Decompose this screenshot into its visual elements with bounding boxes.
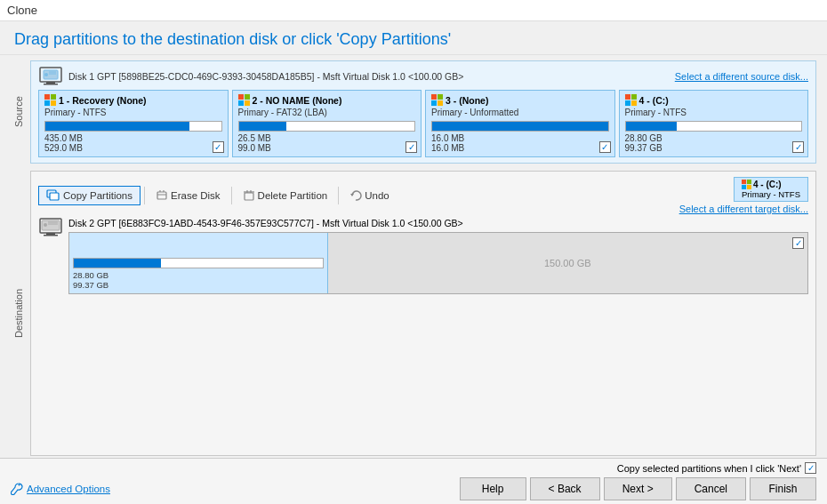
partition-4-progress bbox=[625, 121, 803, 132]
partition-2-title: 2 - NO NAME (None) bbox=[238, 94, 416, 106]
dest-header-row: Copy Partitions Erase Disk bbox=[38, 177, 808, 214]
dest-placed-title: 4 - (C:) bbox=[742, 180, 800, 189]
copy-partitions-button[interactable]: Copy Partitions bbox=[38, 186, 141, 205]
svg-rect-21 bbox=[625, 100, 630, 106]
windows-icon-p3 bbox=[431, 94, 443, 106]
svg-rect-12 bbox=[245, 94, 250, 100]
partition-4-fill bbox=[626, 122, 677, 131]
monitor-icon bbox=[38, 67, 63, 86]
toolbar-sep-2 bbox=[231, 187, 232, 204]
partition-2-type: Primary - FAT32 (LBA) bbox=[238, 108, 416, 117]
svg-rect-8 bbox=[51, 94, 56, 100]
dest-placed-segment: 28.80 GB99.37 GB ✓ bbox=[69, 233, 328, 293]
copy-option-row: Copy selected partitions when I click 'N… bbox=[11, 462, 816, 474]
svg-rect-35 bbox=[747, 180, 751, 184]
partition-3-sizes: 16.0 MB16.0 MB bbox=[431, 133, 609, 153]
undo-button[interactable]: Undo bbox=[342, 187, 397, 204]
partition-1-sizes: 435.0 MB529.0 MB bbox=[44, 133, 222, 153]
partition-3-checkbox[interactable]: ✓ bbox=[599, 140, 611, 153]
help-button[interactable]: Help bbox=[460, 477, 526, 500]
svg-point-4 bbox=[44, 73, 48, 76]
dest-disk-name: Disk 2 GPT [6E883FC9-1ABD-4543-9F46-357E… bbox=[68, 218, 808, 228]
undo-label: Undo bbox=[365, 190, 389, 201]
instruction-header: Drag partitions to the destination disk … bbox=[0, 21, 827, 55]
delete-partition-icon bbox=[243, 189, 255, 202]
source-label: Source bbox=[11, 60, 27, 164]
partition-4-sizes: 28.80 GB99.37 GB bbox=[625, 133, 803, 153]
svg-rect-34 bbox=[742, 180, 746, 184]
dest-content-row: Disk 2 GPT [6E883FC9-1ABD-4543-9F46-357E… bbox=[38, 218, 808, 294]
bottom-area: Copy selected partitions when I click 'N… bbox=[0, 458, 827, 504]
svg-rect-29 bbox=[245, 193, 253, 200]
source-disk-info: Disk 1 GPT [5898BE25-CDC0-469C-9393-3045… bbox=[38, 67, 463, 86]
dest-empty-text: 150.00 GB bbox=[544, 258, 591, 268]
erase-disk-icon bbox=[156, 189, 168, 202]
dest-empty-segment: 150.00 GB bbox=[328, 233, 808, 293]
partition-4-checkbox[interactable]: ✓ bbox=[792, 140, 804, 153]
destination-box: Copy Partitions Erase Disk bbox=[30, 171, 816, 456]
source-partitions-row: 1 - Recovery (None) Primary - NTFS 435.0… bbox=[38, 90, 808, 157]
source-partition-4: 4 - (C:) Primary - NTFS 28.80 GB99.37 GB… bbox=[619, 90, 809, 157]
partition-3-title: 3 - (None) bbox=[431, 94, 609, 106]
svg-rect-7 bbox=[44, 94, 50, 100]
erase-disk-button[interactable]: Erase Disk bbox=[149, 187, 228, 204]
dest-placed-checkbox[interactable]: ✓ bbox=[792, 236, 804, 249]
dest-monitor-icon bbox=[38, 218, 63, 237]
source-section: Source Disk 1 GPT [5898BE25-CDC0-469C-93… bbox=[11, 60, 816, 164]
svg-rect-19 bbox=[625, 94, 630, 100]
bottom-buttons: Advanced Options Help < Back Next > Canc… bbox=[11, 477, 816, 500]
partition-1-progress bbox=[44, 121, 222, 132]
dest-placed-type: Primary - NTFS bbox=[742, 189, 800, 199]
back-button[interactable]: < Back bbox=[530, 477, 600, 500]
partition-1-title: 1 - Recovery (None) bbox=[44, 94, 222, 106]
svg-rect-39 bbox=[46, 233, 55, 235]
copy-option-checkbox[interactable]: ✓ bbox=[805, 462, 816, 474]
dest-toolbar: Copy Partitions Erase Disk bbox=[38, 186, 397, 205]
svg-rect-1 bbox=[46, 82, 55, 84]
toolbar-sep-1 bbox=[144, 187, 145, 204]
source-partition-1: 1 - Recovery (None) Primary - NTFS 435.0… bbox=[38, 90, 229, 157]
source-partition-2: 2 - NO NAME (None) Primary - FAT32 (LBA)… bbox=[232, 90, 422, 157]
partition-2-checkbox[interactable]: ✓ bbox=[405, 140, 417, 153]
windows-icon-dest bbox=[742, 180, 751, 189]
partition-1-fill bbox=[45, 122, 189, 131]
next-button[interactable]: Next > bbox=[604, 477, 672, 500]
delete-partition-button[interactable]: Delete Partition bbox=[236, 187, 335, 204]
btn-group: Help < Back Next > Cancel Finish bbox=[460, 477, 816, 500]
svg-point-42 bbox=[44, 223, 47, 227]
svg-rect-22 bbox=[631, 100, 637, 106]
partition-1-checkbox[interactable]: ✓ bbox=[213, 140, 224, 153]
svg-rect-18 bbox=[438, 100, 443, 106]
svg-rect-11 bbox=[238, 94, 244, 100]
source-select-link[interactable]: Select a different source disk... bbox=[675, 71, 808, 82]
svg-rect-2 bbox=[44, 84, 58, 85]
copy-partitions-icon bbox=[46, 189, 60, 202]
instruction-text: Drag partitions to the destination disk … bbox=[14, 30, 813, 49]
finish-button[interactable]: Finish bbox=[750, 477, 816, 500]
svg-rect-40 bbox=[44, 235, 58, 236]
source-partition-3: 3 - (None) Primary - Unformatted 16.0 MB… bbox=[425, 90, 615, 157]
svg-rect-25 bbox=[157, 192, 166, 199]
windows-icon-p1 bbox=[44, 94, 56, 106]
source-disk-name: Disk 1 GPT [5898BE25-CDC0-469C-9393-3045… bbox=[68, 71, 463, 82]
svg-rect-9 bbox=[44, 100, 50, 106]
partition-4-title: 4 - (C:) bbox=[625, 94, 803, 106]
advanced-options-link[interactable]: Advanced Options bbox=[11, 483, 110, 495]
wrench-icon bbox=[11, 483, 23, 495]
destination-label: Destination bbox=[11, 171, 27, 456]
svg-rect-24 bbox=[50, 193, 59, 200]
windows-icon-p2 bbox=[238, 94, 250, 106]
svg-marker-33 bbox=[350, 194, 354, 196]
copy-option-label: Copy selected partitions when I click 'N… bbox=[617, 463, 801, 474]
cancel-button[interactable]: Cancel bbox=[676, 477, 746, 500]
windows-icon-p4 bbox=[625, 94, 637, 106]
undo-icon bbox=[349, 189, 362, 202]
copy-partitions-label: Copy Partitions bbox=[63, 190, 132, 201]
partition-3-type: Primary - Unformatted bbox=[431, 108, 609, 117]
dest-partition-bar: 28.80 GB99.37 GB ✓ 150.00 GB bbox=[68, 232, 808, 294]
dest-select-link[interactable]: Select a different target disk... bbox=[679, 204, 808, 214]
delete-partition-label: Delete Partition bbox=[258, 190, 328, 201]
dest-placed-sizes: 28.80 GB99.37 GB bbox=[73, 270, 324, 290]
svg-rect-15 bbox=[431, 94, 437, 100]
partition-2-fill bbox=[239, 122, 286, 131]
